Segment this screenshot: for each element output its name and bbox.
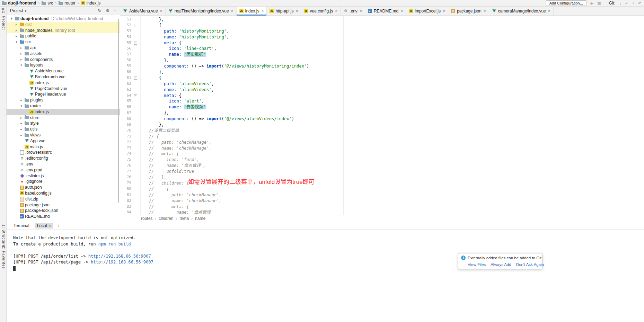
code-line[interactable]: 61− { bbox=[120, 75, 644, 81]
new-terminal-button[interactable]: + bbox=[58, 223, 60, 229]
editor-tab[interactable]: JSimportExcel.js× bbox=[406, 7, 448, 15]
code-line[interactable]: 68 component: () => import('@/views/alar… bbox=[120, 116, 644, 122]
tree-item[interactable]: dist.zip bbox=[7, 196, 120, 202]
chevron-down-icon[interactable]: ▾ bbox=[25, 9, 26, 13]
breadcrumb-item[interactable]: name bbox=[195, 216, 205, 221]
tree-item[interactable]: JSindex.js bbox=[7, 80, 120, 86]
tree-item[interactable]: JSindex.js bbox=[7, 109, 120, 115]
code-line[interactable]: 67 }, bbox=[120, 110, 644, 116]
tab-close-icon[interactable]: × bbox=[295, 9, 298, 14]
notification-action-link[interactable]: Don't Ask Again bbox=[516, 262, 544, 267]
fold-marker-icon[interactable]: − bbox=[134, 77, 137, 80]
code-line[interactable]: 71 // { bbox=[120, 134, 644, 140]
tool-button-structure[interactable]: 1: Structure bbox=[1, 224, 6, 247]
tree-item[interactable]: M↓README.md bbox=[7, 214, 120, 220]
code-line[interactable]: 72 // path: 'checkManage', bbox=[120, 140, 644, 145]
tree-item[interactable]: AsideMenu.vue bbox=[7, 68, 120, 74]
tab-close-icon[interactable]: × bbox=[360, 9, 362, 14]
code-line[interactable]: 80 // { bbox=[120, 186, 644, 192]
tree-item[interactable]: {}auth.json bbox=[7, 185, 120, 190]
tab-close-icon[interactable]: × bbox=[548, 9, 550, 14]
tree-item[interactable]: {}package-lock.json bbox=[7, 208, 120, 214]
tree-item[interactable]: ▸node_moduleslibrary root bbox=[7, 28, 120, 34]
git-rollback-icon[interactable]: ↶ bbox=[638, 1, 641, 6]
code-line[interactable]: 83 // meta: { bbox=[120, 204, 644, 210]
tree-item[interactable]: ▸components bbox=[7, 57, 120, 63]
terminal-link[interactable]: http://192.168.66.56:9007 bbox=[91, 260, 153, 265]
gear-icon[interactable]: ⚙ bbox=[106, 8, 109, 13]
tree-item[interactable]: ▾router bbox=[7, 103, 120, 109]
git-update-icon[interactable]: ↓ bbox=[619, 1, 621, 5]
code-line[interactable]: 56 icon: 'line-chart', bbox=[120, 46, 644, 52]
tree-item[interactable]: PageContent.vue bbox=[7, 86, 120, 92]
fold-marker-icon[interactable]: − bbox=[134, 24, 137, 27]
breadcrumb-item[interactable]: JSindex.js bbox=[81, 1, 101, 6]
tree-item[interactable]: ◆.gitignore bbox=[7, 179, 120, 185]
editor-tab[interactable]: realTimeMonitoring\index.vue× bbox=[166, 7, 237, 15]
tree-item[interactable]: ⚙.env bbox=[7, 161, 120, 167]
tree-item[interactable]: Breadcrumb.vue bbox=[7, 74, 120, 80]
tab-close-icon[interactable]: × bbox=[231, 9, 233, 14]
tree-item[interactable]: ▸assets bbox=[7, 51, 120, 57]
tab-close-icon[interactable]: × bbox=[335, 9, 337, 14]
tree-item[interactable]: ▸store bbox=[7, 115, 120, 121]
code-line[interactable]: 64− meta: { bbox=[120, 93, 644, 99]
tool-button-favorites[interactable]: 2: Favorites bbox=[1, 246, 6, 269]
code-line[interactable]: 82 // name: 'checkManage', bbox=[120, 198, 644, 204]
code-line[interactable]: 65 icon: 'alert', bbox=[120, 98, 644, 104]
notification-action-link[interactable]: Always Add bbox=[491, 262, 511, 267]
editor-tab[interactable]: JSvue.config.js× bbox=[301, 7, 341, 15]
code-line[interactable]: 70 //设置二级菜单 bbox=[120, 128, 644, 134]
tree-item[interactable]: ▾duoji-frontendD:\zheheWeb\duoji-fronten… bbox=[7, 16, 120, 22]
code-line[interactable]: 63 name: 'alarmVideos', bbox=[120, 87, 644, 93]
code-line[interactable]: 54 name: 'historyMonitoring', bbox=[120, 34, 644, 40]
editor-tab[interactable]: ⚙.env× bbox=[341, 7, 365, 15]
fold-marker-icon[interactable]: − bbox=[134, 42, 137, 45]
hide-panel-icon[interactable]: − bbox=[114, 8, 116, 13]
editor-tab[interactable]: JShttp-api.js× bbox=[267, 7, 301, 15]
code-line[interactable]: 55− meta: { bbox=[120, 40, 644, 46]
tree-scrollbar[interactable] bbox=[118, 19, 119, 203]
code-line[interactable]: 58 }, bbox=[120, 57, 644, 63]
tree-item[interactable]: ▾src bbox=[7, 39, 120, 45]
code-line[interactable]: 69 }, bbox=[120, 122, 644, 128]
build-icon[interactable]: ▦ bbox=[597, 1, 601, 6]
tab-close-icon[interactable]: × bbox=[160, 9, 162, 14]
code-line[interactable]: 76 // name: '盘点管理', bbox=[120, 163, 644, 169]
close-icon[interactable]: × bbox=[48, 224, 51, 228]
terminal-tab-local[interactable]: Local × bbox=[35, 223, 53, 229]
code-line[interactable]: 62 path: 'alarmVideos', bbox=[120, 81, 644, 87]
code-line[interactable]: 66 name: '告警视频' bbox=[120, 104, 644, 110]
run-icon[interactable]: ▶ bbox=[591, 1, 593, 6]
editor-tab[interactable]: {}package.json× bbox=[448, 7, 489, 15]
tab-close-icon[interactable]: × bbox=[443, 9, 445, 14]
tree-item[interactable]: ▸views bbox=[7, 132, 120, 138]
tree-item[interactable]: ▸api bbox=[7, 45, 120, 51]
tree-item[interactable]: App.vue bbox=[7, 138, 120, 144]
breadcrumb-item[interactable]: meta bbox=[179, 216, 189, 221]
editor-body[interactable]: 51 },52− {53 path: 'historyMonitoring',5… bbox=[120, 16, 644, 215]
tree-item[interactable]: .eslintrc.js bbox=[7, 173, 120, 179]
refresh-icon[interactable]: ↻ bbox=[98, 8, 101, 13]
tree-item[interactable]: ⚙.editorconfig bbox=[7, 155, 120, 161]
tree-item[interactable]: ▸dist bbox=[7, 22, 120, 28]
tab-close-icon[interactable]: × bbox=[484, 9, 486, 14]
notification-action-link[interactable]: View Files bbox=[468, 262, 486, 267]
tool-button-project[interactable]: 1: Project bbox=[1, 11, 6, 30]
code-line[interactable]: 74 // meta: { bbox=[120, 151, 644, 157]
breadcrumb-item[interactable]: children bbox=[159, 216, 173, 221]
code-line[interactable]: 77 // unfold:true bbox=[120, 169, 644, 175]
editor-tab[interactable]: JSindex.js× bbox=[237, 7, 267, 15]
editor-tab[interactable]: cameraManage\index.vue× bbox=[489, 7, 554, 15]
code-line[interactable]: 84 // name: '盘点管理' bbox=[120, 209, 644, 215]
tree-item[interactable]: .browserslistrc bbox=[7, 150, 120, 155]
tree-item[interactable]: ▸utils bbox=[7, 126, 120, 132]
code-line[interactable]: 60 }, bbox=[120, 69, 644, 75]
tree-item[interactable]: ▸style bbox=[7, 120, 120, 126]
add-configuration-button[interactable]: Add Configuration... bbox=[546, 0, 587, 6]
code-line[interactable]: 53 path: 'historyMonitoring', bbox=[120, 28, 644, 34]
breadcrumb-item[interactable]: routes bbox=[141, 216, 152, 221]
breadcrumb-item[interactable]: src bbox=[42, 1, 53, 6]
tab-close-icon[interactable]: × bbox=[261, 9, 264, 14]
terminal-content[interactable]: Note that the development build is not o… bbox=[7, 230, 644, 271]
